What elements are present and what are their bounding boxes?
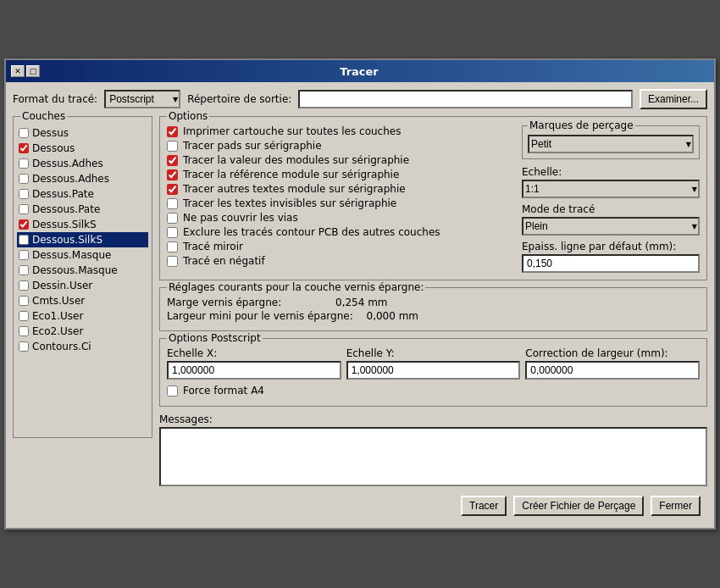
option-row: Tracer la référence module sur sérigraph… <box>167 169 508 180</box>
marques-select[interactable]: Petit <box>528 135 694 153</box>
option-checkbox[interactable] <box>167 169 178 180</box>
layer-name: Contours.Ci <box>32 341 91 352</box>
option-row: Exclure les tracés contour PCB des autre… <box>167 226 508 238</box>
layer-item[interactable]: Dessous.Adhes <box>17 171 148 186</box>
layer-checkbox[interactable] <box>19 219 29 230</box>
correction-input[interactable] <box>525 361 700 380</box>
title-bar-buttons: ✕ □ <box>11 65 40 77</box>
layer-item[interactable]: Contours.Ci <box>17 339 148 354</box>
echelle-x-field: Echelle X: <box>167 347 341 380</box>
layer-checkbox[interactable] <box>19 296 29 306</box>
title-bar: ✕ □ Tracer <box>6 60 714 82</box>
layer-checkbox[interactable] <box>19 265 29 275</box>
mode-trace-select[interactable]: Plein <box>522 217 700 236</box>
layer-item[interactable]: Dessous.Masque <box>17 263 148 278</box>
layer-checkbox[interactable] <box>19 341 29 352</box>
fermer-button[interactable]: Fermer <box>651 496 701 516</box>
option-checkbox[interactable] <box>167 213 178 224</box>
option-checkbox[interactable] <box>167 256 178 267</box>
layer-item[interactable]: Dessus <box>17 125 148 141</box>
option-label: Ne pas couvrir les vias <box>183 212 298 224</box>
options-layout: Imprimer cartouche sur toutes les couche… <box>167 125 700 273</box>
layer-item[interactable]: Eco2.User <box>17 324 148 339</box>
close-button[interactable]: ✕ <box>11 65 25 77</box>
layer-item[interactable]: Dessous <box>17 141 148 156</box>
echelle-select-wrapper: 1:1 <box>522 180 700 198</box>
layer-checkbox[interactable] <box>19 326 29 336</box>
creer-fichier-button[interactable]: Créer Fichier de Perçage <box>513 496 644 516</box>
layer-item[interactable]: Dessus.Masque <box>17 247 148 263</box>
option-label: Tracer la référence module sur sérigraph… <box>183 169 399 180</box>
layer-checkbox[interactable] <box>19 235 29 245</box>
layer-name: Dessous.Adhes <box>32 173 109 185</box>
echelle-label: Echelle: <box>522 166 700 178</box>
layer-checkbox[interactable] <box>19 189 29 199</box>
layer-checkbox[interactable] <box>19 174 29 184</box>
option-row: Tracer les textes invisibles sur sérigra… <box>167 197 508 209</box>
echelle-x-label: Echelle X: <box>167 347 341 359</box>
layer-checkbox[interactable] <box>19 204 29 214</box>
marge-label: Marge vernis épargne: <box>167 297 281 308</box>
layer-item[interactable]: Dessus.SilkS <box>17 217 148 232</box>
layer-name: Eco2.User <box>32 325 83 337</box>
largeur-row: Largeur mini pour le vernis épargne: 0,0… <box>167 310 700 322</box>
left-panel: Couches DessusDessousDessus.AdhesDessous… <box>13 116 152 489</box>
output-dir-label: Répertoire de sortie: <box>187 93 291 105</box>
layer-name: Dessous.Masque <box>32 264 118 276</box>
option-checkbox[interactable] <box>167 227 178 238</box>
couches-panel: Couches DessusDessousDessus.AdhesDessous… <box>13 116 152 438</box>
layer-item[interactable]: Eco1.User <box>17 308 148 324</box>
layer-item[interactable]: Dessin.User <box>17 278 148 293</box>
layer-name: Dessus <box>32 127 69 139</box>
layer-item[interactable]: Dessus.Pate <box>17 186 148 202</box>
correction-field: Correction de largeur (mm): <box>525 347 700 380</box>
force-a4-checkbox[interactable] <box>167 386 178 397</box>
layer-name: Eco1.User <box>32 310 83 322</box>
layer-name: Dessous <box>32 142 75 154</box>
postscript-fields-row: Echelle X: Echelle Y: Correction de larg… <box>167 347 700 380</box>
layer-item[interactable]: Dessus.Adhes <box>17 156 148 171</box>
epaiss-input[interactable] <box>522 254 700 273</box>
option-checkbox[interactable] <box>167 241 178 252</box>
option-checkbox[interactable] <box>167 126 178 137</box>
correction-label: Correction de largeur (mm): <box>525 347 700 359</box>
epaiss-container: Epaiss. ligne par défaut (mm): <box>522 241 700 273</box>
option-label: Tracer la valeur des modules sur sérigra… <box>183 154 409 166</box>
option-checkbox[interactable] <box>167 198 178 209</box>
option-checkbox[interactable] <box>167 141 178 152</box>
option-label: Tracer autres textes module sur sérigrap… <box>183 183 406 195</box>
option-label: Tracer pads sur sérigraphie <box>183 140 322 152</box>
bottom-buttons: Tracer Créer Fichier de Perçage Fermer <box>13 489 707 521</box>
layer-name: Dessus.Masque <box>32 249 111 261</box>
layer-item[interactable]: Dessous.Pate <box>17 202 148 217</box>
largeur-value: 0,000 mm <box>367 310 419 322</box>
layer-checkbox[interactable] <box>19 128 29 138</box>
option-checkbox[interactable] <box>167 184 178 195</box>
layer-checkbox[interactable] <box>19 311 29 321</box>
layer-item[interactable]: Cmts.User <box>17 293 148 308</box>
epaiss-label: Epaiss. ligne par défaut (mm): <box>522 241 700 252</box>
restore-button[interactable]: □ <box>26 65 40 77</box>
options-group: Options Imprimer cartouche sur toutes le… <box>159 116 707 280</box>
layer-checkbox[interactable] <box>19 250 29 260</box>
layer-checkbox[interactable] <box>19 143 29 153</box>
layer-name: Dessous.Pate <box>32 203 100 215</box>
format-select[interactable]: Postscript <box>104 90 180 108</box>
echelle-select[interactable]: 1:1 <box>522 180 700 198</box>
vernis-title: Réglages courants pour la couche vernis … <box>167 281 425 293</box>
option-row: Tracer la valeur des modules sur sérigra… <box>167 154 508 166</box>
tracer-button[interactable]: Tracer <box>461 496 507 516</box>
force-a4-label: Force format A4 <box>183 385 264 397</box>
echelle-y-input[interactable] <box>346 361 521 380</box>
option-label: Exclure les tracés contour PCB des autre… <box>183 226 440 238</box>
layer-item[interactable]: Dessous.SilkS <box>17 232 148 247</box>
option-checkbox[interactable] <box>167 155 178 166</box>
examine-button[interactable]: Examiner... <box>640 89 707 109</box>
messages-textarea[interactable] <box>159 427 707 486</box>
output-dir-input[interactable] <box>298 90 633 108</box>
layer-checkbox[interactable] <box>19 280 29 291</box>
layer-checkbox[interactable] <box>19 158 29 169</box>
marques-select-wrapper: Petit <box>528 135 694 153</box>
echelle-x-input[interactable] <box>167 361 341 380</box>
options-title: Options <box>167 110 209 122</box>
